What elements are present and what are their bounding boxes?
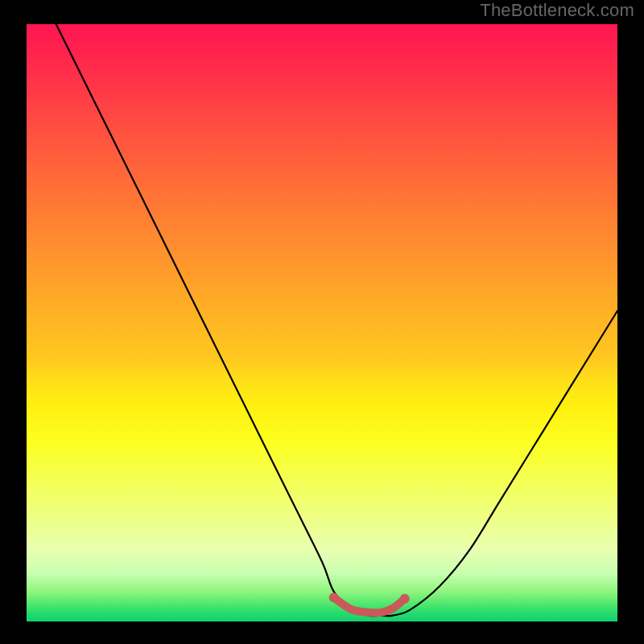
watermark-text: TheBottleneck.com bbox=[480, 0, 634, 21]
chart-frame: TheBottleneck.com bbox=[0, 0, 644, 644]
series-bottleneck-curve bbox=[56, 24, 617, 616]
sweet-spot-endpoint bbox=[400, 594, 410, 604]
chart-curves bbox=[0, 0, 644, 644]
series-sweet-spot bbox=[334, 597, 405, 613]
sweet-spot-endpoint bbox=[329, 592, 339, 602]
